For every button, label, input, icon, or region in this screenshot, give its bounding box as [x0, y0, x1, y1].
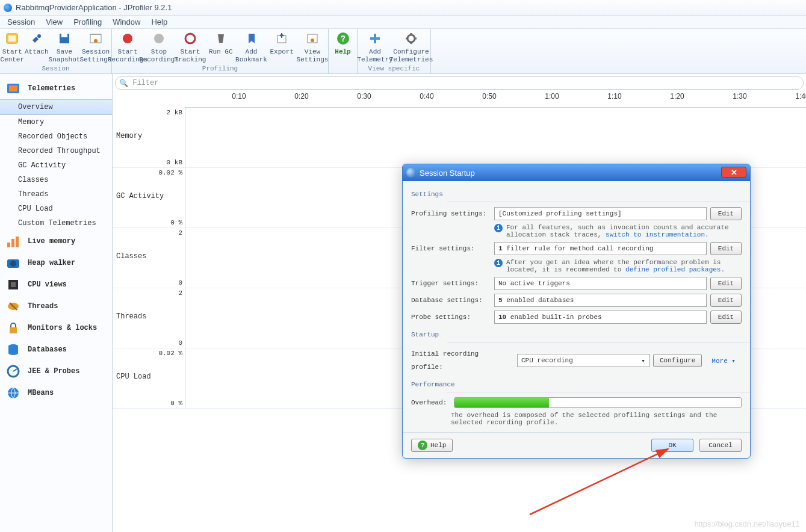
menu-help[interactable]: Help	[146, 16, 172, 28]
database-value: 5 enabled databases	[494, 294, 707, 307]
svg-point-15	[408, 35, 415, 42]
heapwalker-icon	[6, 256, 20, 270]
menu-window[interactable]: Window	[108, 16, 145, 28]
svg-rect-17	[9, 85, 17, 91]
timeline-tick-label: 0:20	[294, 92, 308, 101]
edit-filter-button[interactable]: Edit	[710, 242, 742, 255]
mbeans-icon	[6, 386, 20, 400]
tool-help[interactable]: ?Help	[329, 29, 357, 73]
timeline-tick-label: 0:10	[232, 92, 246, 101]
window-title: RabbitmqProviderApplication - JProfiler …	[16, 3, 172, 12]
edit-profiling-button[interactable]: Edit	[710, 207, 742, 220]
sidebar-sub-threads[interactable]: Threads	[0, 187, 112, 202]
define-packages-link[interactable]: define profiled packages	[625, 266, 721, 273]
help-button[interactable]: ?Help	[411, 439, 453, 452]
chart-row-title: CPU Load	[116, 373, 151, 381]
sidebar-item-telemetries[interactable]: Telemetries	[0, 78, 112, 99]
ok-button[interactable]: OK	[651, 439, 693, 452]
overhead-description: The overhead is composed of the selected…	[451, 412, 742, 426]
chart-row-scale-top: 2	[178, 229, 182, 237]
sidebar-sub-overview[interactable]: Overview	[0, 99, 112, 115]
svg-point-12	[311, 39, 314, 42]
sidebar-sub-recorded-objects[interactable]: Recorded Objects	[0, 129, 112, 144]
edit-trigger-button[interactable]: Edit	[710, 277, 742, 290]
chart-plot-area	[185, 108, 806, 167]
profiling-hint: i For all features, such as invocation c…	[494, 224, 742, 238]
timeline-tick-label: 1:40	[795, 92, 806, 101]
sidebar-sub-memory[interactable]: Memory	[0, 115, 112, 129]
filter-hint: i After you get an idea where the perfor…	[494, 259, 742, 273]
more-link[interactable]: More ▾	[705, 354, 742, 367]
svg-rect-24	[11, 282, 16, 287]
info-icon: i	[494, 224, 503, 232]
telemetries-icon	[6, 81, 20, 96]
menu-bar: Session View Profiling Window Help	[0, 16, 806, 29]
overhead-bar	[454, 397, 742, 408]
chart-row-scale-top: 0.02 %	[158, 169, 182, 176]
svg-rect-4	[61, 34, 67, 37]
trigger-label: Trigger settings:	[411, 277, 491, 290]
sidebar-item-databases[interactable]: Databases	[0, 339, 112, 360]
svg-point-6	[94, 39, 98, 43]
sidebar-item-mbeans[interactable]: MBeans	[0, 382, 112, 404]
probe-value: 10 enabled built-in probes	[494, 311, 707, 324]
sidebar-item-livememory[interactable]: Live memory	[0, 230, 112, 252]
svg-rect-18	[7, 243, 10, 247]
menu-view[interactable]: View	[41, 16, 67, 28]
svg-point-8	[154, 34, 164, 43]
dialog-titlebar[interactable]: Session Startup ✕	[403, 164, 750, 181]
sidebar-sub-recorded-throughput[interactable]: Recorded Throughput	[0, 144, 112, 158]
filter-value: 1 filter rule for method call recording	[494, 242, 707, 255]
chart-row-title: Memory	[116, 132, 142, 140]
timeline: 0:100:200:300:400:501:001:101:201:301:40	[185, 92, 806, 108]
database-label: Database settings:	[411, 294, 491, 307]
svg-point-22	[10, 261, 16, 267]
timeline-tick-label: 1:30	[733, 92, 746, 101]
chevron-down-icon: ▾	[641, 357, 645, 365]
sidebar-item-heapwalker[interactable]: Heap walker	[0, 252, 112, 274]
chart-row-scale-top: 0.02 %	[158, 350, 182, 357]
menu-profiling[interactable]: Profiling	[69, 16, 107, 28]
startup-section-title: Startup	[411, 331, 742, 338]
search-icon: 🔍	[119, 79, 128, 88]
sidebar-sub-cpu-load[interactable]: CPU Load	[0, 202, 112, 216]
menu-session[interactable]: Session	[2, 16, 40, 28]
dialog-app-icon	[406, 168, 416, 178]
sidebar-item-monitors[interactable]: Monitors & locks	[0, 317, 112, 339]
svg-rect-20	[16, 237, 19, 247]
switch-instrumentation-link[interactable]: switch to instrumentation	[606, 231, 705, 238]
probes-icon	[6, 364, 20, 379]
svg-point-7	[123, 34, 132, 43]
watermark: https://blog.csdn.net/liaoyue11	[694, 519, 800, 528]
sidebar-item-jeeprobes[interactable]: JEE & Probes	[0, 360, 112, 382]
close-icon[interactable]: ✕	[721, 167, 746, 178]
chart-row: Memory 2 kB 0 kB	[113, 108, 806, 168]
svg-rect-19	[11, 239, 14, 247]
chart-row-title: Classes	[116, 252, 146, 261]
sidebar-sub-classes[interactable]: Classes	[0, 173, 112, 187]
sidebar-sub-gc-activity[interactable]: GC Activity	[0, 158, 112, 173]
edit-database-button[interactable]: Edit	[710, 294, 742, 307]
chart-row-scale-bot: 0 %	[170, 400, 182, 407]
chart-row-scale-bot: 0	[178, 339, 182, 347]
recording-profile-select[interactable]: CPU recording ▾	[517, 354, 649, 367]
sidebar-item-cpuviews[interactable]: CPU views	[0, 274, 112, 295]
probe-label: Probe settings:	[411, 311, 491, 324]
edit-probe-button[interactable]: Edit	[710, 311, 742, 324]
app-icon	[4, 4, 12, 12]
toolbar: StartCenter Attach SaveSnapshot SessionS…	[0, 29, 806, 74]
configure-button[interactable]: Configure	[653, 354, 702, 367]
svg-rect-1	[8, 36, 16, 42]
timeline-tick-label: 0:40	[420, 92, 433, 101]
svg-point-9	[185, 34, 195, 43]
cancel-button[interactable]: Cancel	[699, 439, 742, 452]
chart-row-scale-bot: 0 %	[170, 219, 182, 226]
timeline-tick-label: 1:00	[545, 92, 559, 101]
profiling-label: Profiling settings:	[411, 207, 491, 220]
svg-point-29	[8, 351, 18, 355]
filter-input[interactable]: 🔍 Filter	[115, 76, 804, 90]
chart-row-scale-bot: 0	[178, 279, 182, 286]
sidebar-sub-custom-telemetries[interactable]: Custom Telemetries	[0, 216, 112, 230]
chart-row-scale-top: 2 kB	[167, 109, 182, 116]
sidebar-item-threads[interactable]: Threads	[0, 295, 112, 317]
